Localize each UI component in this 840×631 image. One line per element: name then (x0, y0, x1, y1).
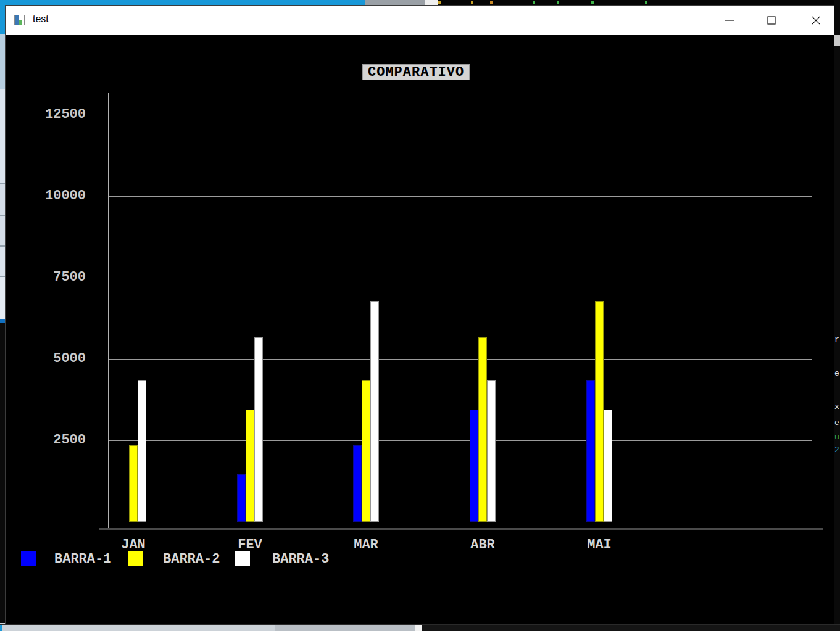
left-strip-segment (0, 184, 5, 215)
legend-label-barra-3: BARRA-3 (272, 551, 329, 567)
test-window: test COMPARATIVO (5, 5, 834, 624)
bottom-strip-segment (2, 625, 275, 631)
terminal-char: 2 (834, 445, 839, 455)
gridline-10000 (109, 196, 812, 197)
right-strip-segment (834, 35, 840, 46)
y-axis-line (108, 93, 109, 529)
y-tick-label-5000: 5000 (17, 351, 86, 366)
bar-barra-2-jan (129, 445, 138, 522)
terminal-text-fragment (557, 1, 559, 4)
left-strip-segment (0, 277, 5, 319)
legend-swatch-barra-2 (128, 551, 143, 566)
bar-barra-1-fev (237, 474, 246, 522)
left-strip-segment (0, 0, 5, 34)
left-strip-separator (0, 319, 5, 323)
gridline-7500 (109, 278, 812, 278)
bar-barra-1-abr (470, 410, 478, 522)
terminal-char: e (834, 369, 839, 378)
background-top-strip-blue (0, 0, 365, 5)
y-tick-label-2500: 2500 (17, 432, 86, 448)
x-axis-line (99, 528, 823, 530)
y-tick-label-10000: 10000 (17, 188, 86, 204)
y-tick-label-7500: 7500 (17, 270, 86, 285)
terminal-char: e (834, 418, 839, 427)
terminal-char: r (834, 335, 839, 344)
close-button[interactable] (800, 6, 831, 35)
maximize-button[interactable] (756, 6, 787, 35)
terminal-text-fragment (471, 1, 473, 4)
terminal-char: u (834, 432, 839, 442)
maximize-icon (767, 15, 776, 25)
bar-barra-2-abr (478, 337, 487, 522)
chart-client-area: COMPARATIVO 2500500075001000012500JANFEV… (6, 35, 834, 624)
bar-barra-3-mar (370, 301, 379, 522)
background-top-strip-terminal (438, 0, 840, 5)
gridline-12500 (109, 115, 812, 115)
terminal-text-fragment (438, 1, 441, 4)
x-label-abr: ABR (455, 537, 510, 553)
app-icon (14, 15, 25, 25)
bar-barra-1-mar (353, 445, 362, 522)
left-strip-segment (0, 247, 5, 276)
terminal-text-fragment (533, 1, 535, 4)
terminal-char: x (834, 402, 839, 411)
bar-barra-3-abr (487, 380, 496, 522)
bar-barra-2-mar (362, 380, 370, 522)
bottom-strip-segment (415, 625, 422, 631)
background-left-strip (0, 0, 5, 631)
window-titlebar[interactable]: test (6, 6, 834, 35)
legend-label-barra-1: BARRA-1 (54, 551, 111, 567)
plot-area: 2500500075001000012500JANFEVMARABRMAIBAR… (6, 35, 834, 624)
window-title: test (33, 14, 49, 25)
bar-barra-3-fev (254, 337, 263, 522)
legend-label-barra-2: BARRA-2 (163, 551, 220, 567)
bottom-strip-segment (275, 625, 415, 631)
bar-barra-2-fev (246, 410, 254, 522)
desktop-screenshot: r e x e u 2 test (0, 0, 840, 631)
legend-swatch-barra-1 (21, 551, 36, 566)
left-strip-segment (0, 89, 5, 183)
background-right-strip-terminal: r e x e u 2 (834, 0, 840, 624)
x-label-mai: MAI (572, 537, 627, 553)
minimize-icon (725, 15, 734, 25)
bar-barra-2-mai (595, 301, 604, 522)
legend-swatch-barra-3 (235, 551, 250, 566)
gridline-5000 (109, 359, 812, 360)
background-top-strip-white (425, 0, 438, 5)
background-top-strip-gray (365, 0, 425, 5)
x-label-fev: FEV (222, 537, 278, 553)
bar-barra-3-jan (138, 380, 146, 522)
gridline-2500 (109, 440, 812, 441)
terminal-text-fragment (490, 1, 493, 4)
app-icon-green-part (19, 20, 22, 25)
x-label-mar: MAR (338, 537, 394, 553)
bar-barra-1-mai (586, 380, 595, 522)
minimize-button[interactable] (714, 6, 745, 35)
close-icon (811, 15, 821, 25)
bar-barra-3-mai (604, 410, 612, 522)
left-strip-segment (0, 34, 5, 89)
left-strip-segment (0, 216, 5, 245)
terminal-text-fragment (591, 1, 594, 4)
background-bottom-strip (0, 624, 840, 631)
y-tick-label-12500: 12500 (17, 107, 86, 122)
terminal-text-fragment (645, 1, 647, 4)
